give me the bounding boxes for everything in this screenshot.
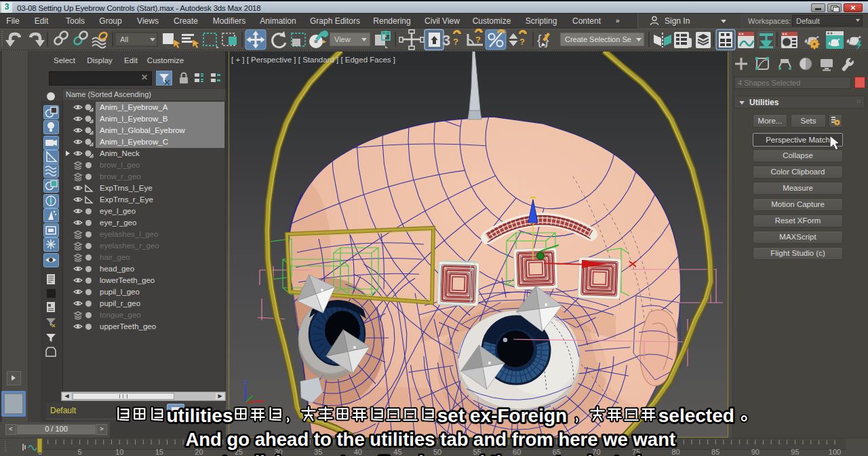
svg-text:utilities: utilities bbox=[167, 405, 233, 426]
svg-text:3: 3 bbox=[442, 32, 450, 49]
svg-text:Create Selection Se: Create Selection Se bbox=[565, 35, 631, 43]
svg-text:?: ? bbox=[453, 37, 458, 47]
svg-text:All: All bbox=[120, 35, 128, 43]
svg-text:selected: selected bbox=[658, 405, 734, 426]
svg-text:And go ahead to the utilities: And go ahead to the utilities tab and fr… bbox=[185, 429, 675, 450]
svg-text:[ + ] [ Perspective ] [ Standa: [ + ] [ Perspective ] [ Standard ] [ Edg… bbox=[231, 56, 395, 64]
svg-text:Z: Z bbox=[243, 379, 248, 385]
svg-text:to click on set ex-Foreign and: to click on set ex-Foreign and then set … bbox=[222, 452, 642, 456]
svg-text:View: View bbox=[334, 35, 351, 43]
svg-text:?: ? bbox=[475, 35, 481, 45]
svg-text:set ex-Foreign: set ex-Foreign bbox=[437, 405, 567, 426]
svg-text:?: ? bbox=[519, 37, 525, 47]
